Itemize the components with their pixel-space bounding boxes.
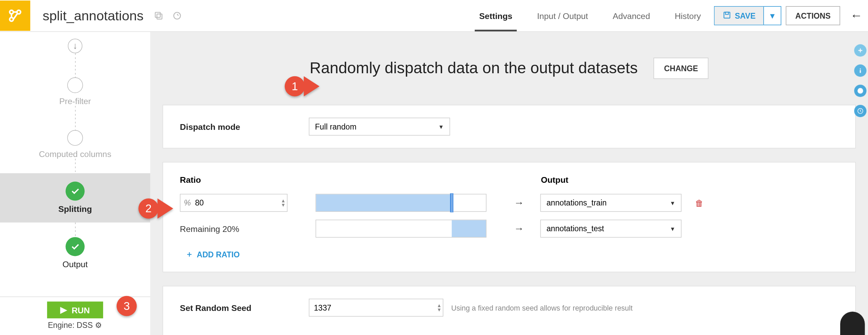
dispatch-mode-label: Dispatch mode (180, 122, 309, 132)
save-icon (723, 11, 731, 21)
check-icon (65, 182, 84, 201)
gear-icon: ⚙ (95, 321, 102, 330)
chat-bubble-icon[interactable] (840, 312, 865, 335)
chevron-down-icon: ▼ (438, 123, 444, 130)
callout-1: 1 (285, 76, 305, 97)
ratio-slider[interactable] (316, 194, 487, 212)
arrow-right-icon: → (502, 223, 536, 235)
rail-add-icon[interactable] (854, 44, 866, 57)
svg-rect-7 (726, 12, 729, 14)
plus-icon: ＋ (185, 250, 193, 260)
chevron-down-icon: ▼ (670, 225, 675, 232)
page-title: Randomly dispatch data on the output dat… (310, 59, 637, 77)
ratio-header: Ratio (180, 175, 541, 184)
check-icon (65, 237, 84, 256)
recipe-title: split_annotations (43, 8, 144, 23)
callout-3: 3 (117, 296, 137, 316)
svg-point-2 (10, 18, 14, 21)
right-rail (852, 32, 868, 117)
arrow-right-icon: → (502, 197, 536, 209)
step-computed-columns[interactable]: Computed columns (39, 131, 112, 159)
actions-button[interactable]: ACTIONS (786, 6, 840, 25)
step-splitting[interactable]: Splitting (0, 173, 150, 222)
svg-rect-6 (724, 12, 730, 18)
spinner-icon[interactable]: ▴▾ (282, 198, 284, 207)
svg-point-5 (174, 12, 181, 19)
dispatch-mode-select[interactable]: Full random▼ (309, 118, 450, 136)
svg-rect-9 (860, 70, 861, 73)
main-content: Randomly dispatch data on the output dat… (150, 32, 868, 335)
top-bar: split_annotations Settings Input / Outpu… (0, 0, 868, 32)
tab-settings[interactable]: Settings (479, 1, 512, 31)
rail-chat-icon[interactable] (854, 85, 866, 97)
ratio-input[interactable]: % 80 ▴▾ (180, 194, 288, 212)
back-arrow-icon[interactable]: ← (849, 8, 864, 23)
seed-help: Using a fixed random seed allows for rep… (451, 303, 633, 312)
output-select[interactable]: annotations_train▼ (540, 194, 682, 212)
step-pre-filter[interactable]: Pre-filter (59, 78, 91, 106)
ratio-row-remaining: Remaining 20% → annotations_test▼ (180, 219, 839, 238)
svg-rect-3 (157, 14, 162, 19)
ratio-row: % 80 ▴▾ → annotations_train▼ 🗑 (180, 193, 839, 212)
refresh-icon[interactable] (172, 11, 182, 21)
copy-icon[interactable] (154, 11, 164, 21)
tab-input-output[interactable]: Input / Output (537, 1, 588, 31)
output-select[interactable]: annotations_test▼ (540, 220, 682, 238)
callout-2: 2 (138, 198, 159, 219)
chevron-down-icon: ▼ (670, 200, 675, 206)
ratio-slider-remaining (316, 220, 487, 238)
seed-label: Set Random Seed (180, 303, 309, 312)
svg-point-0 (10, 10, 14, 14)
output-header: Output (541, 175, 568, 184)
add-ratio-button[interactable]: ＋ADD RATIO (185, 250, 839, 260)
recipe-icon (0, 1, 30, 31)
step-output[interactable]: Output (62, 237, 87, 269)
svg-point-10 (857, 88, 863, 94)
save-button[interactable]: SAVE ▼ (714, 6, 781, 25)
rail-info-icon[interactable] (854, 64, 866, 77)
svg-point-8 (860, 68, 861, 70)
change-button[interactable]: CHANGE (653, 58, 709, 79)
seed-input[interactable]: 1337 ▴▾ (309, 299, 443, 317)
remaining-label: Remaining 20% (180, 224, 288, 233)
trash-icon[interactable]: 🗑 (695, 198, 704, 208)
seed-panel: Set Random Seed 1337 ▴▾ Using a fixed ra… (162, 286, 856, 335)
save-dropdown[interactable]: ▼ (764, 11, 781, 20)
tab-history[interactable]: History (675, 1, 701, 31)
tab-row: Settings Input / Output Advanced History (479, 0, 701, 32)
svg-rect-4 (155, 12, 160, 17)
run-button[interactable]: ▶RUN (47, 301, 103, 318)
dispatch-panel: Dispatch mode Full random▼ (162, 105, 856, 149)
arrow-down-icon: ↓ (68, 39, 82, 53)
engine-label[interactable]: Engine: DSS ⚙ (48, 321, 102, 330)
tab-advanced[interactable]: Advanced (613, 1, 650, 31)
ratio-panel: Ratio Output % 80 ▴▾ → annotatio (162, 162, 856, 273)
play-icon: ▶ (60, 305, 67, 315)
spinner-icon[interactable]: ▴▾ (438, 303, 440, 312)
step-sidebar: ↓ Pre-filter Computed columns Splitting … (0, 32, 150, 335)
rail-clock-icon[interactable] (854, 105, 866, 117)
